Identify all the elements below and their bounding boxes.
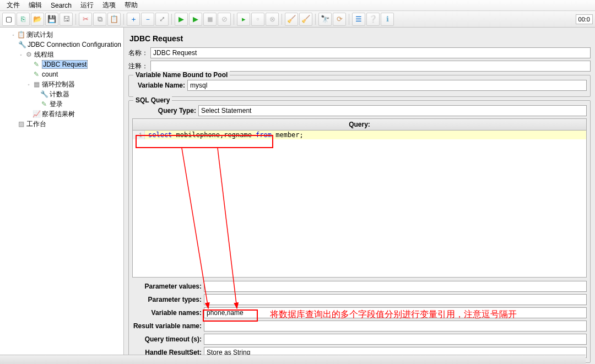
separator <box>75 14 76 25</box>
menu-edit[interactable]: 编辑 <box>24 1 46 10</box>
copy-button[interactable]: ⧉ <box>93 13 106 26</box>
menu-search[interactable]: Search <box>46 2 76 9</box>
separator <box>123 14 124 25</box>
menu-run[interactable]: 运行 <box>76 1 98 10</box>
about-button[interactable]: ℹ <box>381 13 394 26</box>
collapse-icon[interactable]: ◦ <box>25 82 32 88</box>
start-no-pause-button[interactable]: ▶ <box>189 13 202 26</box>
param-types-input[interactable] <box>204 294 587 305</box>
save-as-icon: 🖫 <box>63 15 70 23</box>
tree-thread-group[interactable]: ◦ ⚙ 线程组 <box>0 50 123 59</box>
horizontal-scrollbar[interactable] <box>0 355 586 364</box>
remote-shutdown-button[interactable]: ⊗ <box>266 13 279 26</box>
broom-icon: 🧹 <box>287 15 296 23</box>
content-panel: JDBC Request 名称： 注释： Variable Name Bound… <box>124 28 595 364</box>
help-button[interactable]: ❔ <box>366 13 380 26</box>
comment-label: 注释： <box>128 62 150 71</box>
result-var-input[interactable] <box>204 320 587 332</box>
play-icon: ▶ <box>178 15 184 23</box>
paste-button[interactable]: 📋 <box>107 13 121 26</box>
tree-panel: ◦ 📋 测试计划 🔧 JDBC Connection Configuration… <box>0 28 124 364</box>
param-values-input[interactable] <box>204 281 587 292</box>
templates-button[interactable]: ⎘ <box>17 13 30 26</box>
sql-text: select mobilephone,regname from member; <box>145 131 304 139</box>
collapse-button[interactable]: － <box>141 13 154 26</box>
query-header: Query: <box>132 118 587 130</box>
info-icon: ℹ <box>386 15 389 23</box>
function-helper-button[interactable]: ☰ <box>352 13 365 26</box>
param-values-label: Parameter values: <box>132 282 204 290</box>
tree-root[interactable]: ◦ 📋 测试计划 <box>0 30 123 40</box>
name-label: 名称： <box>128 48 150 58</box>
result-var-label: Result variable name: <box>132 322 204 330</box>
broom-all-icon: 🧹 <box>301 15 310 23</box>
toggle-button[interactable]: ⤢ <box>155 13 169 26</box>
menu-help[interactable]: 帮助 <box>120 1 142 10</box>
var-names-input[interactable] <box>204 307 587 318</box>
binoculars-icon: 🔭 <box>321 15 329 23</box>
comment-input[interactable] <box>150 61 591 72</box>
separator <box>315 14 316 25</box>
search-button[interactable]: 🔭 <box>318 13 332 26</box>
query-type-label: Query Type: <box>132 107 198 115</box>
menu-options[interactable]: 选项 <box>98 1 120 10</box>
separator <box>171 14 172 25</box>
tree-jdbc-request[interactable]: ✎ JDBC Request <box>0 59 123 69</box>
clear-button[interactable]: 🧹 <box>285 13 298 26</box>
open-button[interactable]: 📂 <box>31 13 44 26</box>
wrench-icon: 🔧 <box>40 90 48 99</box>
cut-button[interactable]: ✂ <box>79 13 92 26</box>
panel-title: JDBC Request <box>128 32 591 47</box>
minus-icon: － <box>144 14 152 24</box>
stop-icon: ◼ <box>207 15 213 23</box>
folder-open-icon: 📂 <box>33 15 42 23</box>
remote-stop-button[interactable]: ▫ <box>251 13 264 26</box>
tree-result-tree[interactable]: 📈 察看结果树 <box>0 109 123 119</box>
var-names-label: Variable names: <box>132 309 204 317</box>
reset-search-button[interactable]: ⟳ <box>333 13 346 26</box>
remote-start-button[interactable]: ▸ <box>237 13 250 26</box>
play-plus-icon: ▶ <box>193 15 198 23</box>
param-types-label: Parameter types: <box>132 296 204 303</box>
tree-login[interactable]: ✎ 登录 <box>0 99 123 109</box>
name-input[interactable] <box>150 47 591 58</box>
menu-file[interactable]: 文件 <box>2 1 24 10</box>
shutdown-button[interactable]: ⊘ <box>218 13 231 26</box>
separator <box>234 14 234 25</box>
template-icon: ⎘ <box>21 15 25 23</box>
sql-editor[interactable]: 1 select mobilephone,regname from member… <box>132 130 587 278</box>
controller-icon: ▦ <box>32 80 41 89</box>
clear-all-button[interactable]: 🧹 <box>299 13 312 26</box>
pipette-icon: ✎ <box>40 100 48 108</box>
save-button[interactable]: 💾 <box>45 13 58 26</box>
tree-workbench[interactable]: ▨ 工作台 <box>0 119 123 129</box>
tree-loop-controller[interactable]: ◦ ▦ 循环控制器 <box>0 79 123 89</box>
query-timeout-input[interactable] <box>204 334 587 345</box>
tree-jdbc-config[interactable]: 🔧 JDBC Connection Configuration <box>0 40 123 50</box>
line-number: 1 <box>133 131 145 139</box>
list-icon: ☰ <box>355 15 362 23</box>
new-button[interactable]: ▢ <box>2 13 15 26</box>
tree-count[interactable]: ✎ count <box>0 69 123 79</box>
start-button[interactable]: ▶ <box>175 13 188 26</box>
remote-stop-icon: ▫ <box>257 15 259 23</box>
remote-play-icon: ▸ <box>242 15 246 23</box>
toggle-icon: ⤢ <box>159 15 165 23</box>
group-title: SQL Query <box>133 96 172 104</box>
stop-button[interactable]: ◼ <box>203 13 217 26</box>
separator <box>282 14 282 25</box>
expand-button[interactable]: ＋ <box>127 13 140 26</box>
collapse-icon[interactable]: ◦ <box>10 32 17 38</box>
sql-query-group: SQL Query Query Type: Query: 1 select mo… <box>128 100 591 363</box>
collapse-icon[interactable]: ◦ <box>18 52 24 58</box>
query-timeout-label: Query timeout (s): <box>132 335 204 343</box>
query-type-select[interactable] <box>198 105 587 116</box>
copy-icon: ⧉ <box>98 15 102 24</box>
scissors-icon: ✂ <box>83 15 89 23</box>
chart-icon: 📈 <box>32 110 41 118</box>
separator <box>349 14 349 25</box>
tree-counter[interactable]: 🔧 计数器 <box>0 89 123 99</box>
save-as-button[interactable]: 🖫 <box>60 13 73 26</box>
elapsed-time: 00:0 <box>576 14 593 24</box>
var-name-input[interactable] <box>187 80 587 91</box>
